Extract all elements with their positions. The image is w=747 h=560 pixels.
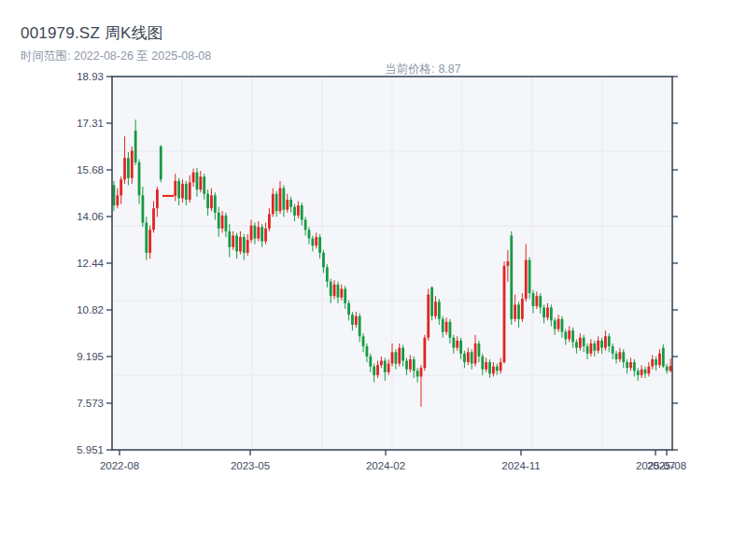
candle-body [398,348,401,364]
candle-body [218,213,220,229]
candle-body [113,185,116,205]
candle-body [539,296,542,307]
candle-body [600,341,603,348]
candle-body [160,147,162,179]
candle-body [196,173,199,189]
candle-body [189,182,191,199]
candle-body [181,184,184,198]
candle-body [442,319,444,332]
candle-body [120,179,122,195]
candle-body [568,330,571,339]
candle-body [116,195,119,205]
candle-body [333,285,336,296]
candle-body [478,343,481,357]
candle-body [471,352,473,363]
candle-body [394,352,397,363]
candle-body [391,352,394,363]
candle-body [637,371,640,375]
candle-body [618,352,621,359]
candle-body [221,216,224,229]
candle-body [228,231,231,247]
candle-body [402,348,404,361]
candle [170,195,174,197]
y-tick-label: 17.31 [77,118,104,129]
suspension-dash [170,195,174,197]
candle-body [503,266,506,362]
candle-body [286,200,289,210]
candle-body [315,237,317,245]
y-tick-label: 18.93 [77,71,104,82]
candle-body [337,285,340,298]
candle-body [575,342,578,347]
candle-body [243,237,246,253]
candle-body [203,176,205,193]
candle-body [373,367,375,375]
candle-body [362,336,365,346]
y-tick-label: 7.573 [77,398,104,409]
candle-body [416,371,419,376]
candle-body [340,288,343,297]
candle-body [293,207,296,216]
candle-body [666,367,669,371]
candle-body [199,176,202,189]
candle-body [311,239,314,246]
candle-body [658,354,661,365]
x-tick-label: 2024-02 [366,460,405,471]
x-tick-label: 2025-08 [647,460,686,471]
candle-body [134,131,137,162]
candle-body [268,214,271,228]
candle-body [123,158,126,179]
candle-body [261,227,263,241]
candle-body [142,195,145,222]
candle-body [546,307,549,317]
candle-body [420,368,423,376]
candle-body [669,366,672,371]
candle-body [655,359,657,365]
candle-body [644,370,647,374]
candle-body [467,352,470,362]
candle-body [622,352,625,362]
candle-body [492,367,495,374]
candle-body [304,219,307,230]
y-tick-label: 5.951 [77,444,104,455]
candle-body [500,362,502,371]
candle-body [597,341,599,351]
candle-body [359,316,361,337]
candle-body [529,260,531,293]
candle-body [629,362,632,368]
candle-body [496,367,499,371]
candle-body [626,362,628,368]
candle [160,145,162,182]
candle-body [264,229,267,242]
candle-body [571,330,574,342]
candle-body [647,367,650,374]
candle-body [430,287,433,316]
candle-body [145,223,148,253]
y-tick-label: 15.68 [77,164,104,175]
x-tick-label: 2024-11 [501,460,540,471]
candle-body [330,282,332,296]
candle-body [438,301,441,318]
candle-body [326,267,329,281]
candle-body [297,205,300,216]
candle-body [282,189,285,210]
candle-body [561,319,564,332]
candle-body [247,240,249,253]
candle-body [239,237,242,251]
candle-body [232,235,234,246]
candle-body [174,181,176,196]
candle-body [514,304,516,318]
x-tick-label: 2022-08 [100,460,139,471]
candle-body [662,348,665,367]
candle-body [485,362,487,370]
candle-body [604,336,607,347]
candle-body [148,230,151,253]
candle-body [156,189,159,208]
candle-body [369,357,372,367]
candle-body [423,338,426,368]
candle-body [445,322,448,332]
candle [510,231,513,325]
candle-body [641,370,643,375]
candle [503,261,506,363]
candle-body [517,304,520,318]
